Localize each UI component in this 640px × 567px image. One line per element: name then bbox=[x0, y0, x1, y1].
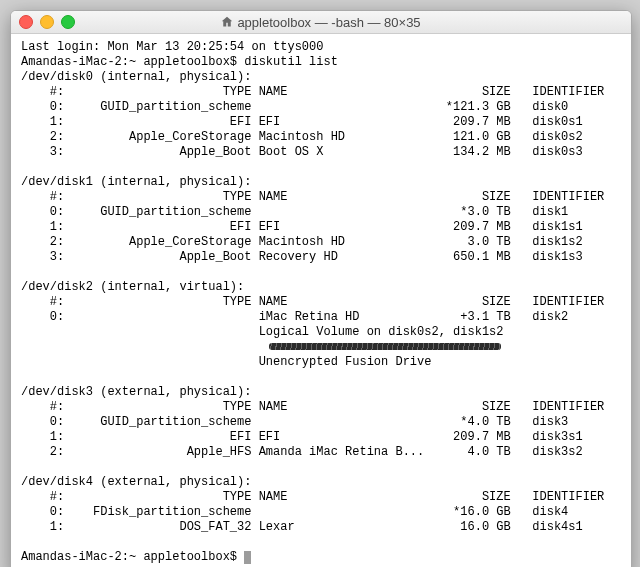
traffic-lights bbox=[19, 15, 75, 29]
zoom-icon[interactable] bbox=[61, 15, 75, 29]
minimize-icon[interactable] bbox=[40, 15, 54, 29]
close-icon[interactable] bbox=[19, 15, 33, 29]
redacted-uuid bbox=[269, 343, 501, 350]
terminal-output[interactable]: Last login: Mon Mar 13 20:25:54 on ttys0… bbox=[11, 34, 631, 567]
cursor-icon bbox=[244, 551, 251, 564]
terminal-window: appletoolbox — -bash — 80×35 Last login:… bbox=[10, 10, 632, 567]
window-title-text: appletoolbox — -bash — 80×35 bbox=[237, 15, 420, 30]
titlebar: appletoolbox — -bash — 80×35 bbox=[11, 11, 631, 34]
window-title: appletoolbox — -bash — 80×35 bbox=[11, 15, 631, 30]
home-icon bbox=[221, 16, 233, 28]
